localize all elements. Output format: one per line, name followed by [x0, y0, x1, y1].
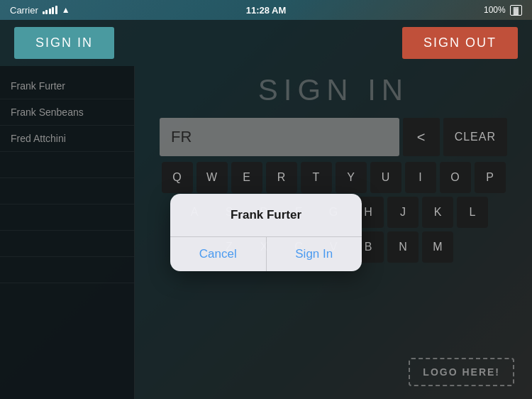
- modal-sign-in-button[interactable]: Sign In: [267, 237, 362, 271]
- modal-title: Frank Furter: [170, 208, 362, 222]
- sign-out-button[interactable]: SIGN OUT: [402, 27, 518, 59]
- main-content: Frank Furter Frank Senbeans Fred Attchin…: [0, 66, 532, 399]
- modal-overlay: Frank Furter Cancel Sign In: [0, 66, 532, 399]
- battery-icon: ▓: [510, 5, 522, 16]
- sign-in-button[interactable]: SIGN IN: [14, 27, 114, 59]
- battery-label: 100%: [484, 5, 506, 15]
- status-right: 100% ▓: [484, 5, 522, 16]
- status-time: 11:28 AM: [246, 5, 287, 16]
- status-bar: Carrier ▲ 11:28 AM 100% ▓: [0, 0, 532, 20]
- carrier-label: Carrier: [10, 5, 38, 16]
- modal-cancel-button[interactable]: Cancel: [170, 237, 267, 271]
- modal-dialog: Frank Furter Cancel Sign In: [170, 194, 362, 271]
- top-bar: SIGN IN SIGN OUT: [0, 20, 532, 66]
- wifi-icon: ▲: [62, 5, 70, 15]
- status-left: Carrier ▲: [10, 5, 70, 16]
- app-container: SIGN IN SIGN OUT Frank Furter Frank Senb…: [0, 20, 532, 399]
- modal-buttons: Cancel Sign In: [170, 237, 362, 271]
- signal-icon: [43, 6, 57, 14]
